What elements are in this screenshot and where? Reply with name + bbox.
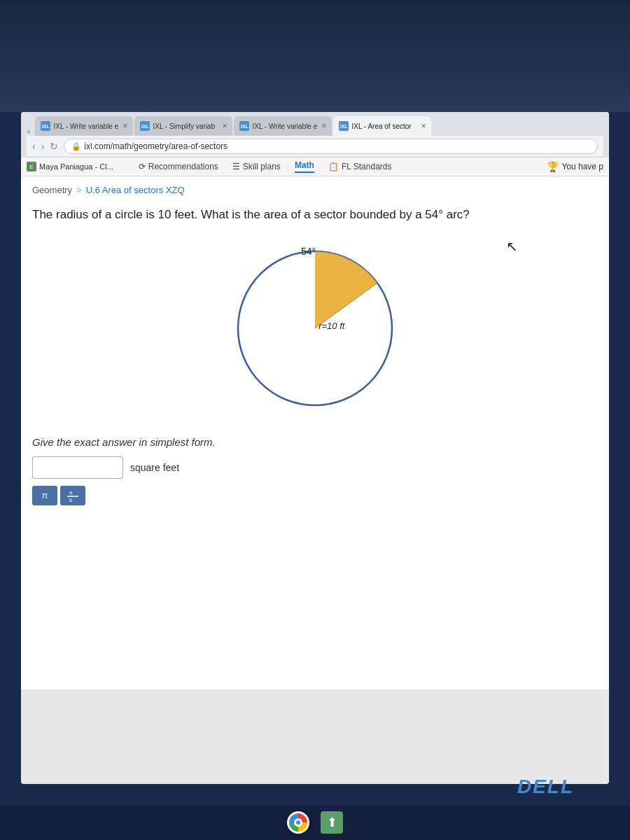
tab-write-variable-1[interactable]: IXL IXL - Write variable e × <box>35 116 133 136</box>
breadcrumb-topic: U.6 Area of sectors XZQ <box>86 185 185 195</box>
pi-button[interactable]: π <box>32 486 57 505</box>
math-label: Math <box>295 160 314 170</box>
address-bar-row: ‹ › ↻ 🔒 ixl.com/math/geometry/area-of-se… <box>27 136 603 158</box>
tab-close-2[interactable]: × <box>222 121 227 131</box>
answer-row: square feet <box>32 456 598 479</box>
breadcrumb: Geometry > U.6 Area of sectors XZQ <box>32 185 598 195</box>
diagram-area: 54° r=10 ft <box>32 237 598 419</box>
back-button[interactable]: ‹ <box>32 141 36 152</box>
bookmark-user[interactable]: E Maya Paniagua - Cl... <box>27 162 113 172</box>
circle-svg <box>224 237 406 419</box>
dell-logo: DELL <box>517 776 574 798</box>
angle-label: 54° <box>301 246 316 257</box>
instruction-text: Give the exact answer in simplest form. <box>32 436 598 448</box>
tab-write-variable-2[interactable]: IXL IXL - Write variable e × <box>234 116 332 136</box>
tab-close-4[interactable]: × <box>421 121 426 131</box>
recommendations-icon: ⟳ <box>139 162 146 172</box>
url-text: ixl.com/math/geometry/area-of-sectors <box>84 141 227 151</box>
tab-label-2: IXL - Simplify variab <box>153 122 215 130</box>
reward-text: You have p <box>561 162 603 172</box>
fraction-button[interactable]: a b <box>60 486 85 505</box>
skill-plans-label: Skill plans <box>243 162 281 172</box>
radius-label: r=10 ft <box>318 321 344 331</box>
toolbar-row: π a b <box>32 486 598 505</box>
answer-input[interactable] <box>32 456 123 479</box>
taskbar: ⬆ <box>0 805 630 840</box>
skill-plans-icon: ☰ <box>232 162 240 172</box>
circle-diagram: 54° r=10 ft <box>224 237 406 419</box>
svg-text:b: b <box>69 497 73 503</box>
lock-icon: 🔒 <box>71 142 81 151</box>
main-content: Geometry > U.6 Area of sectors XZQ The r… <box>21 176 609 519</box>
tab-area-of-sectors[interactable]: IXL IXL - Area of sector × <box>333 116 431 136</box>
unit-label: square feet <box>130 462 179 473</box>
recommendations-link[interactable]: ⟳ Recommendations <box>139 162 218 172</box>
fraction-icon: a b <box>65 489 80 503</box>
breadcrumb-separator: > <box>76 185 82 195</box>
trophy-icon: 🏆 <box>547 161 559 172</box>
chrome-inner-circle <box>294 818 302 827</box>
tab-icon-3: IXL <box>239 121 249 131</box>
math-link[interactable]: Math <box>295 160 314 173</box>
tab-close-3[interactable]: × <box>321 121 326 131</box>
address-bar[interactable]: 🔒 ixl.com/math/geometry/area-of-sectors <box>64 139 598 154</box>
tab-close-1[interactable]: × <box>122 121 127 131</box>
close-tab-x[interactable]: × <box>27 127 31 136</box>
tab-label-3: IXL - Write variable e <box>252 122 317 130</box>
user-icon: E <box>27 162 36 172</box>
user-name: Maya Paniagua - Cl... <box>39 162 113 171</box>
fl-standards-link[interactable]: 📋 FL Standards <box>328 162 392 172</box>
recommendations-label: Recommendations <box>148 162 218 172</box>
chrome-taskbar-icon[interactable] <box>287 811 309 834</box>
bookmarks-bar: E Maya Paniagua - Cl... ⟳ Recommendation… <box>21 158 609 176</box>
skill-plans-link[interactable]: ☰ Skill plans <box>232 162 281 172</box>
fl-standards-icon: 📋 <box>328 162 339 172</box>
tab-label-4: IXL - Area of sector <box>351 122 411 130</box>
tab-simplify-variab[interactable]: IXL IXL - Simplify variab × <box>134 116 232 136</box>
fl-standards-label: FL Standards <box>342 162 392 172</box>
files-taskbar-icon[interactable]: ⬆ <box>321 811 343 834</box>
svg-text:a: a <box>69 489 73 496</box>
tab-icon-2: IXL <box>140 121 150 131</box>
chrome-icon <box>287 811 309 834</box>
tab-icon-1: IXL <box>41 121 50 131</box>
forward-button[interactable]: › <box>41 141 45 152</box>
reward-notice: 🏆 You have p <box>547 161 603 172</box>
breadcrumb-subject: Geometry <box>32 185 72 195</box>
tab-icon-4: IXL <box>339 121 349 131</box>
refresh-button[interactable]: ↻ <box>50 141 58 152</box>
question-text: The radius of a circle is 10 feet. What … <box>32 206 598 223</box>
tab-label-1: IXL - Write variable e <box>53 122 118 130</box>
